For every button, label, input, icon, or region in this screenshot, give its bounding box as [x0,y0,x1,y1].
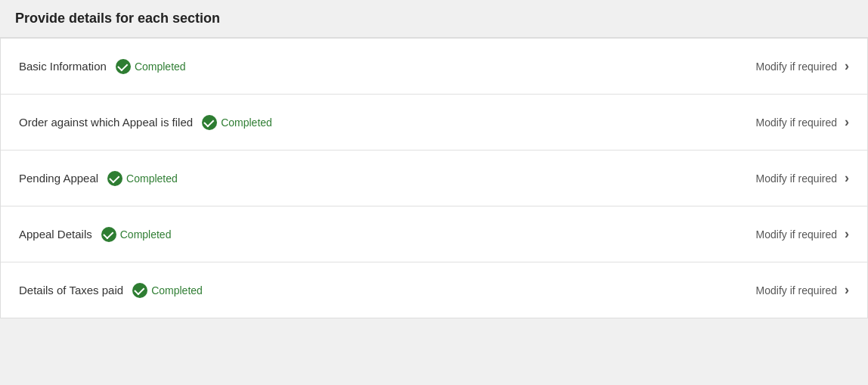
chevron-right-icon-pending-appeal: › [845,170,849,186]
section-left-pending-appeal: Pending Appeal Completed [19,171,178,186]
check-icon-pending-appeal [107,171,122,186]
page-container: Provide details for each section Basic I… [0,0,868,318]
status-text-pending-appeal: Completed [126,172,178,185]
check-icon-order-against-appeal [202,115,217,130]
section-row-appeal-details[interactable]: Appeal Details Completed Modify if requi… [1,206,867,262]
status-badge-pending-appeal: Completed [107,171,178,186]
page-title: Provide details for each section [0,0,868,38]
chevron-right-icon-basic-information: › [845,58,849,74]
section-left-basic-information: Basic Information Completed [19,59,186,74]
section-right-pending-appeal: Modify if required › [756,170,849,186]
section-left-order-against-appeal: Order against which Appeal is filed Comp… [19,115,272,130]
section-right-details-taxes-paid: Modify if required › [756,282,849,298]
section-row-order-against-appeal[interactable]: Order against which Appeal is filed Comp… [1,95,867,151]
modify-text-details-taxes-paid[interactable]: Modify if required [756,284,837,297]
section-name-details-taxes-paid: Details of Taxes paid [19,284,123,297]
status-text-appeal-details: Completed [120,228,172,241]
status-text-details-taxes-paid: Completed [151,284,203,297]
section-name-appeal-details: Appeal Details [19,228,92,241]
status-badge-appeal-details: Completed [101,227,172,242]
section-row-details-taxes-paid[interactable]: Details of Taxes paid Completed Modify i… [1,262,867,318]
check-icon-basic-information [116,59,131,74]
modify-text-basic-information[interactable]: Modify if required [756,61,837,73]
check-icon-appeal-details [101,227,116,242]
section-right-basic-information: Modify if required › [756,58,849,74]
chevron-right-icon-order-against-appeal: › [845,114,849,130]
status-text-order-against-appeal: Completed [221,116,272,129]
section-left-appeal-details: Appeal Details Completed [19,227,171,242]
section-name-pending-appeal: Pending Appeal [19,172,98,185]
modify-text-order-against-appeal[interactable]: Modify if required [756,116,837,129]
section-row-basic-information[interactable]: Basic Information Completed Modify if re… [1,39,867,95]
section-left-details-taxes-paid: Details of Taxes paid Completed [19,283,203,298]
section-row-pending-appeal[interactable]: Pending Appeal Completed Modify if requi… [1,151,867,206]
status-badge-order-against-appeal: Completed [202,115,272,130]
chevron-right-icon-details-taxes-paid: › [845,282,849,298]
sections-list: Basic Information Completed Modify if re… [0,38,868,318]
section-right-order-against-appeal: Modify if required › [756,114,849,130]
check-icon-details-taxes-paid [132,283,147,298]
modify-text-pending-appeal[interactable]: Modify if required [756,172,837,185]
status-text-basic-information: Completed [135,61,186,73]
section-name-order-against-appeal: Order against which Appeal is filed [19,116,193,129]
status-badge-details-taxes-paid: Completed [132,283,203,298]
chevron-right-icon-appeal-details: › [845,226,849,242]
section-name-basic-information: Basic Information [19,60,107,73]
section-right-appeal-details: Modify if required › [756,226,849,242]
status-badge-basic-information: Completed [116,59,186,74]
modify-text-appeal-details[interactable]: Modify if required [756,228,837,241]
